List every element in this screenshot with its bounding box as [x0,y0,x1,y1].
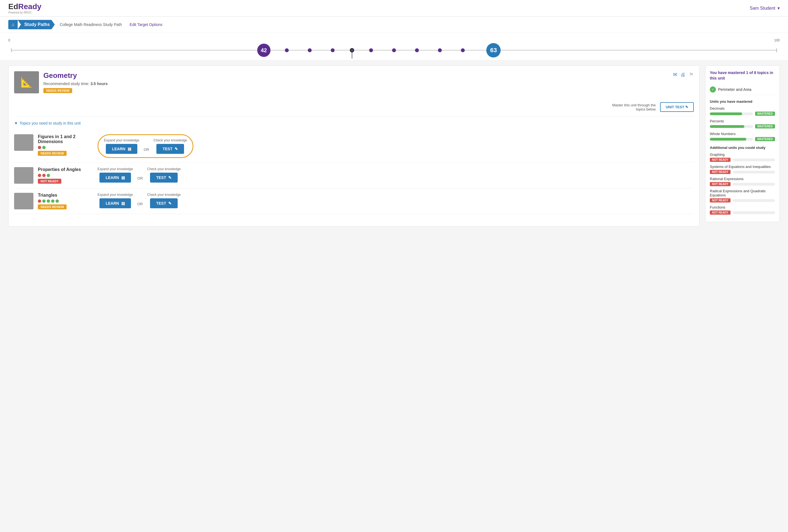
home-button[interactable]: ⌂ [8,20,18,29]
mastered-unit-decimals: Decimals MASTERED [710,106,775,116]
progress-dot-6[interactable] [415,48,419,52]
topic-item-3: Triangles NEEDS REVIEW Expand your knowl… [14,189,694,214]
dot-red [38,146,41,149]
additional-units-title: Additional units you could study [710,145,775,150]
topic-dots-1 [38,146,93,149]
expand-label: Expand your knowledge [104,138,139,142]
topic-status-badge-2: NOT READY [38,179,61,184]
unit-info: Geometry Recommended study time: 3.5 hou… [43,71,108,93]
user-menu[interactable]: Sam Student ▾ [750,5,780,11]
dot-green-t1 [42,199,45,203]
logo-sub: Powered by NROC [8,11,32,14]
app-header: EdReady Powered by NROC Sam Student ▾ [0,0,788,17]
progress-dot-7[interactable] [438,48,442,52]
dropdown-icon: ▾ [777,5,780,11]
test-action-group-3: Check your knowledge TEST ✎ [147,193,181,208]
mastery-card: You have mastered 1 of 8 topics in this … [705,65,780,222]
learn-icon-3: ▤ [121,201,125,205]
breadcrumb: ⌂ Study Paths College Math Readiness Stu… [0,17,788,33]
topic-image-2 [14,167,34,184]
topic-title-2: Properties of Angles [38,167,93,172]
units-mastered-title: Units you have mastered [710,99,775,103]
progress-section: 0 100 42 63 [0,33,788,60]
logo-text: EdReady [8,2,41,11]
topic-dots-2 [38,174,93,177]
main-content: 📐 Geometry Recommended study time: 3.5 h… [0,60,788,232]
path-name: College Math Readiness Study Path [55,20,127,29]
units-mastered-section: Units you have mastered Decimals MASTERE… [710,99,775,141]
dot-red-2 [42,174,45,177]
dot-red-1 [38,174,41,177]
topic-info-2: Properties of Angles NOT READY [38,167,93,184]
learn-action-group-3: Expand your knowledge LEARN ▤ [98,193,133,208]
topic-dots-3 [38,199,93,203]
test-icon: ✎ [175,147,178,151]
unit-test-button[interactable]: UNIT TEST ✎ [660,102,694,112]
progress-dot-3[interactable] [331,48,335,52]
learn-icon-2: ▤ [121,175,125,180]
study-paths-breadcrumb[interactable]: Study Paths [18,20,55,29]
learn-action-group: Expand your knowledge LEARN ▤ [104,138,139,154]
email-icon-button[interactable]: ✉ [673,72,677,78]
progress-dot-2[interactable] [308,48,312,52]
test-icon-2: ✎ [168,175,172,180]
test-button-2[interactable]: TEST ✎ [150,173,178,182]
or-label-2: OR [137,176,143,180]
unit-panel: 📐 Geometry Recommended study time: 3.5 h… [8,65,700,226]
check-label-2: Check your knowledge [147,167,181,171]
topic-image-3 [14,193,34,209]
user-name: Sam Student [750,6,775,11]
unit-action-icons: ✉ 🖨 ⚑ [673,71,694,78]
callout-oval: Expand your knowledge LEARN ▤ OR Check y… [98,134,193,158]
topics-arrow-icon: ▼ [14,121,18,125]
learn-button-1[interactable]: LEARN ▤ [106,144,137,154]
progress-dot-4[interactable] [369,48,373,52]
test-action-group: Check your knowledge TEST ✎ [154,138,187,154]
learn-action-group-2: Expand your knowledge LEARN ▤ [98,167,133,182]
additional-unit-functions: Functions NOT READY [710,205,775,215]
dot-red-t [38,199,41,203]
topic-actions-inner-2: Expand your knowledge LEARN ▤ OR Check y… [98,167,181,182]
progress-max: 100 [774,38,780,42]
home-icon: ⌂ [12,22,14,27]
check-label: Check your knowledge [154,138,187,142]
learn-icon: ▤ [127,147,131,151]
test-icon-3: ✎ [168,201,172,205]
topics-header[interactable]: ▼ Topics you need to study in this unit [14,121,694,125]
topic-status-badge-3: NEEDS REVIEW [38,204,66,209]
dot-green-t4 [56,199,59,203]
progress-dot-5[interactable] [392,48,396,52]
progress-dot-1[interactable] [285,48,289,52]
progress-track-container: 42 63 [11,43,777,57]
target-score-bubble: 63 [486,43,501,57]
topic-info-1: Figures in 1 and 2 Dimensions NEEDS REVI… [38,134,93,156]
additional-unit-rational: Rational Expressions NOT READY [710,177,775,186]
progress-labels: 0 100 [8,38,780,42]
master-unit-row: Master this unit through the topics belo… [14,102,694,117]
topic-title-3: Triangles [38,193,93,198]
right-panel: You have mastered 1 of 8 topics in this … [705,65,780,226]
topic-actions-2: Expand your knowledge LEARN ▤ OR Check y… [98,167,694,182]
edit-target-link[interactable]: Edit Target Options [130,22,162,27]
progress-dot-active[interactable] [350,48,354,53]
topic-actions-3: Expand your knowledge LEARN ▤ OR Check y… [98,193,694,208]
learn-button-3[interactable]: LEARN ▤ [99,198,131,208]
test-action-group-2: Check your knowledge TEST ✎ [147,167,181,182]
unit-study-time: Recommended study time: 3.5 hours [43,81,108,86]
or-label-3: OR [137,202,143,206]
additional-units-section: Additional units you could study Graphin… [710,145,775,215]
unit-status-badge: NEEDS REVIEW [43,88,72,93]
check-circle-icon: ✓ [710,86,716,93]
progress-dot-8[interactable] [461,48,465,52]
learn-button-2[interactable]: LEARN ▤ [99,173,131,182]
mastery-title: You have mastered 1 of 8 topics in this … [710,70,775,81]
test-button-3[interactable]: TEST ✎ [150,198,178,208]
test-button-1[interactable]: TEST ✎ [156,144,184,154]
dot-green-t3 [51,199,55,203]
print-icon-button[interactable]: 🖨 [681,72,686,78]
expand-label-3: Expand your knowledge [98,193,133,197]
logo: EdReady Powered by NROC [8,2,41,14]
topic-item-2: Properties of Angles NOT READY Expand yo… [14,163,694,189]
expand-label-2: Expand your knowledge [98,167,133,171]
topic-actions-inner-3: Expand your knowledge LEARN ▤ OR Check y… [98,193,181,208]
